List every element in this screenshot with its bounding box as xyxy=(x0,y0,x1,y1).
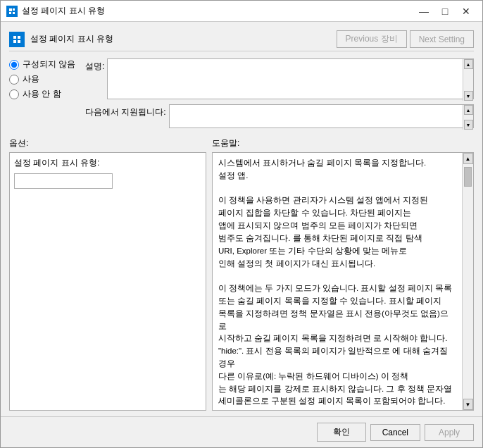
prev-button[interactable]: Previous 장비 xyxy=(337,30,407,48)
middle-section: 옵션: 설정 페이지 표시 유형: 도움말: 시스템에서 표시하거나 숨길 페이… xyxy=(9,137,474,411)
help-scroll-track xyxy=(463,164,473,399)
svg-rect-4 xyxy=(13,12,15,14)
radio-not-configured-input[interactable] xyxy=(9,60,19,70)
title-bar: 설정 페이지 표시 유형 — □ ✕ xyxy=(1,1,482,22)
help-scroll-up[interactable]: ▲ xyxy=(463,153,473,164)
apply-button[interactable]: Apply xyxy=(425,424,474,441)
help-panel: 도움말: 시스템에서 표시하거나 숨길 페이지 목록을 지정합니다. 설정 앱.… xyxy=(212,137,474,411)
svg-rect-7 xyxy=(18,36,20,39)
content-area: 설정 페이지 표시 유형 Previous 장비 Next Setting 구성… xyxy=(1,22,482,416)
help-text: 시스템에서 표시하거나 숨길 페이지 목록을 지정합니다. 설정 앱. 이 정책… xyxy=(213,153,462,410)
help-scroll-down[interactable]: ▼ xyxy=(463,399,473,410)
radio-enabled[interactable]: 사용 xyxy=(9,73,80,85)
supported-scroll-up[interactable]: ▲ xyxy=(464,105,473,115)
supported-label: 다음에서 지원됩니다: xyxy=(85,104,166,118)
radio-group: 구성되지 않음 사용 사용 안 함 xyxy=(9,58,80,100)
supported-on-section: 다음에서 지원됩니다: ▲ ▼ xyxy=(85,104,474,130)
radio-not-configured-label: 구성되지 않음 xyxy=(23,58,75,70)
main-window: 설정 페이지 표시 유형 — □ ✕ 설정 페이지 표시 유형 xyxy=(0,0,483,448)
options-input[interactable] xyxy=(14,173,113,189)
header-title: 설정 페이지 표시 유형 xyxy=(30,33,113,45)
help-label: 도움말: xyxy=(212,137,474,149)
radio-disabled-label: 사용 안 함 xyxy=(23,88,61,100)
svg-rect-9 xyxy=(18,40,20,43)
options-box: 설정 페이지 표시 유형: xyxy=(9,152,206,411)
options-label: 옵션: xyxy=(9,137,206,149)
radio-not-configured[interactable]: 구성되지 않음 xyxy=(9,58,80,70)
radio-disabled[interactable]: 사용 안 함 xyxy=(9,88,80,100)
svg-rect-2 xyxy=(13,8,15,11)
svg-rect-6 xyxy=(13,36,16,39)
description-section: 설명: ▲ ▼ xyxy=(85,58,474,101)
footer: 확인 Cancel Apply xyxy=(1,416,482,447)
svg-rect-1 xyxy=(9,8,12,11)
upper-section: 구성되지 않음 사용 사용 안 함 설명: xyxy=(9,58,474,130)
maximize-button[interactable]: □ xyxy=(434,1,456,21)
minimize-button[interactable]: — xyxy=(413,1,434,21)
help-scrollbar: ▲ ▼ xyxy=(462,153,473,410)
description-label: 설명: xyxy=(85,58,104,73)
header-left: 설정 페이지 표시 유형 xyxy=(9,32,113,47)
description-textarea[interactable] xyxy=(107,58,474,99)
options-panel: 옵션: 설정 페이지 표시 유형: xyxy=(9,137,206,411)
svg-rect-8 xyxy=(13,40,16,43)
desc-scroll-up[interactable]: ▲ xyxy=(464,59,473,69)
header-row: 설정 페이지 표시 유형 Previous 장비 Next Setting xyxy=(9,27,474,51)
help-scroll-thumb[interactable] xyxy=(464,167,472,187)
next-button[interactable]: Next Setting xyxy=(410,30,474,48)
close-button[interactable]: ✕ xyxy=(456,1,477,21)
supported-scroll-down[interactable]: ▼ xyxy=(464,120,473,130)
window-title: 설정 페이지 표시 유형 xyxy=(22,5,413,17)
help-box: 시스템에서 표시하거나 숨길 페이지 목록을 지정합니다. 설정 앱. 이 정책… xyxy=(212,152,474,411)
header-icon xyxy=(9,32,25,47)
desc-scroll-down[interactable]: ▼ xyxy=(464,91,473,101)
options-item-label: 설정 페이지 표시 유형: xyxy=(14,157,201,169)
radio-disabled-input[interactable] xyxy=(9,89,19,99)
svg-rect-3 xyxy=(9,12,11,14)
cancel-button[interactable]: Cancel xyxy=(370,424,420,441)
window-icon xyxy=(6,6,18,17)
radio-enabled-input[interactable] xyxy=(9,75,19,85)
ok-button[interactable]: 확인 xyxy=(317,423,366,442)
window-controls: — □ ✕ xyxy=(413,1,477,21)
header-buttons: Previous 장비 Next Setting xyxy=(337,30,474,48)
supported-on-textarea[interactable] xyxy=(169,104,474,128)
radio-enabled-label: 사용 xyxy=(23,73,39,85)
